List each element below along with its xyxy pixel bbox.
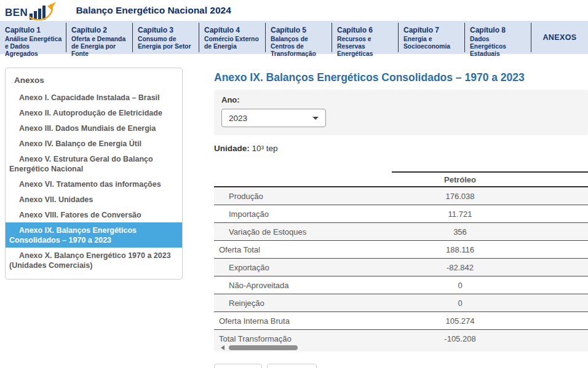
chapter-title: Capítulo 8 — [470, 26, 527, 35]
chapter-nav: Capítulo 1 Análise Energética e Dados Ag… — [0, 21, 588, 54]
row-label: Produção — [214, 187, 392, 205]
nav-tab-chapter[interactable]: Capítulo 5 Balanços de Centros de Transf… — [266, 23, 332, 52]
table-header-extra — [528, 171, 588, 186]
table-row: Exportação -82.842 — [214, 259, 588, 276]
chapter-subtitle: Oferta e Demanda de Energia por Fonte — [71, 36, 129, 58]
chevron-down-icon — [312, 117, 319, 120]
row-extra — [528, 259, 588, 276]
row-value: 356 — [392, 223, 528, 240]
row-value: 0 — [392, 294, 528, 311]
table-row: Não-Aproveitada 0 — [214, 276, 588, 294]
chapter-title: Capítulo 3 — [138, 26, 195, 35]
balance-table: Petróleo Produção 176.038 Importação 11.… — [214, 171, 588, 351]
row-extra — [528, 241, 588, 258]
row-extra — [528, 294, 588, 311]
chapter-subtitle: Dados Energéticos Estaduais — [470, 36, 527, 58]
unit-label: Unidade: — [214, 144, 250, 153]
sidebar-heading: Anexos — [7, 73, 181, 90]
row-extra — [528, 223, 588, 240]
sidebar-item[interactable]: Anexo I. Capacidade Instalada – Brasil — [7, 90, 181, 105]
year-select[interactable]: 2023 — [221, 109, 326, 127]
sidebar-item[interactable]: Anexo II. Autoprodução de Eletricidade — [7, 105, 181, 120]
chapter-subtitle: Energia e Socioeconomia — [403, 36, 461, 50]
content-area: Anexos Anexo I. Capacidade Instalada – B… — [0, 54, 588, 368]
table-row: Oferta Interna Bruta 105.274 — [214, 312, 588, 330]
chapter-subtitle: Balanços de Centros de Transformação — [271, 36, 328, 58]
chapter-title: Capítulo 5 — [271, 26, 328, 35]
nav-tab-chapter[interactable]: Capítulo 2 Oferta e Demanda de Energia p… — [66, 23, 133, 52]
row-extra — [528, 276, 588, 294]
row-extra — [528, 312, 588, 329]
row-extra — [528, 205, 588, 222]
chapter-subtitle: Comércio Externo de Energia — [204, 36, 261, 50]
download-buttons: Matriz Tabela — [214, 364, 588, 368]
logo-text: BEN — [5, 7, 28, 20]
chapter-subtitle: Recursos e Reservas Energéticas — [337, 36, 394, 58]
row-value: 105.274 — [392, 312, 528, 329]
chapter-title: Capítulo 6 — [337, 26, 394, 35]
sidebar-item[interactable]: Anexo V. Estrutura Geral do Balanço Ener… — [7, 151, 181, 176]
table-row: Produção 176.038 — [214, 187, 588, 205]
logo-chart-arrow-icon — [29, 2, 57, 20]
row-label: Importação — [214, 205, 392, 222]
year-select-value: 2023 — [229, 114, 247, 123]
sidebar-item[interactable]: Anexo X. Balanço Energético 1970 a 2023 … — [7, 248, 181, 273]
row-extra — [528, 187, 588, 205]
table-row: Reinjeção 0 — [214, 294, 588, 312]
nav-tab-chapter[interactable]: Capítulo 3 Consumo de Energia por Setor — [133, 23, 199, 52]
chapter-title: Capítulo 2 — [71, 26, 129, 35]
unit-value: 10³ tep — [252, 144, 278, 153]
nav-tab-chapter[interactable]: Capítulo 4 Comércio Externo de Energia — [199, 23, 266, 52]
sidebar-item[interactable]: Anexo IX. Balanços Energéticos Consolida… — [6, 222, 182, 248]
row-value: 188.116 — [392, 241, 528, 258]
nav-tab-anexos[interactable]: ANEXOS — [531, 21, 588, 54]
download-button[interactable]: Matriz — [214, 364, 262, 368]
row-value: 11.721 — [392, 205, 528, 222]
download-button[interactable]: Tabela — [267, 364, 317, 368]
horizontal-scrollbar[interactable] — [214, 343, 588, 351]
row-label: Reinjeção — [214, 294, 392, 311]
page-title: Anexo IX. Balanços Energéticos Consolida… — [214, 71, 588, 84]
row-value: 0 — [392, 276, 528, 294]
scroll-left-arrow-icon[interactable] — [221, 345, 224, 350]
row-label: Variação de Estoques — [214, 223, 392, 240]
table-header-petroleo: Petróleo — [392, 171, 528, 186]
scrollbar-thumb[interactable] — [229, 345, 298, 350]
year-filter-panel: Ano: 2023 — [214, 90, 588, 135]
chapter-title: Capítulo 1 — [5, 26, 62, 35]
main-panel: Anexo IX. Balanços Energéticos Consolida… — [214, 68, 588, 368]
sidebar-item[interactable]: Anexo III. Dados Mundiais de Energia — [7, 120, 181, 136]
nav-tab-chapter[interactable]: Capítulo 6 Recursos e Reservas Energétic… — [332, 23, 399, 52]
unit-line: Unidade: 10³ tep — [214, 144, 588, 153]
row-value: -82.842 — [392, 259, 528, 276]
table-row: Oferta Total 188.116 — [214, 241, 588, 259]
sidebar-list: Anexo I. Capacidade Instalada – BrasilAn… — [7, 90, 181, 273]
nav-tab-chapter[interactable]: Capítulo 8 Dados Energéticos Estaduais — [465, 23, 531, 52]
anexos-sidebar: Anexos Anexo I. Capacidade Instalada – B… — [5, 68, 183, 280]
row-label: Oferta Interna Bruta — [214, 312, 392, 329]
table-header-row: Petróleo — [214, 171, 588, 187]
ben-logo: BEN — [5, 1, 57, 20]
sidebar-item[interactable]: Anexo VII. Unidades — [7, 192, 181, 207]
row-value: 176.038 — [392, 187, 528, 205]
chapter-subtitle: Consumo de Energia por Setor — [138, 36, 195, 50]
row-label: Não-Aproveitada — [214, 276, 392, 294]
chapter-title: Capítulo 4 — [204, 26, 261, 35]
row-label: Exportação — [214, 259, 392, 276]
row-label: Oferta Total — [214, 241, 392, 258]
table-row: Variação de Estoques 356 — [214, 223, 588, 241]
table-row: Importação 11.721 — [214, 205, 588, 223]
app-header: BEN Balanço Energético Nacional 2024 — [0, 0, 588, 21]
nav-tab-chapter[interactable]: Capítulo 7 Energia e Socioeconomia — [399, 23, 465, 52]
chapter-subtitle: Análise Energética e Dados Agregados — [5, 36, 62, 58]
table-body: Produção 176.038 Importação 11.721 Varia… — [214, 187, 588, 348]
nav-tab-chapter[interactable]: Capítulo 1 Análise Energética e Dados Ag… — [0, 23, 66, 52]
app-title: Balanço Energético Nacional 2024 — [76, 5, 231, 16]
table-header-empty — [214, 171, 392, 186]
sidebar-item[interactable]: Anexo IV. Balanço de Energia Útil — [7, 136, 181, 151]
sidebar-item[interactable]: Anexo VI. Tratamento das informações — [7, 176, 181, 192]
sidebar-item[interactable]: Anexo VIII. Fatores de Conversão — [7, 207, 181, 222]
year-label: Ano: — [221, 95, 581, 104]
chapter-title: Capítulo 7 — [403, 26, 461, 35]
